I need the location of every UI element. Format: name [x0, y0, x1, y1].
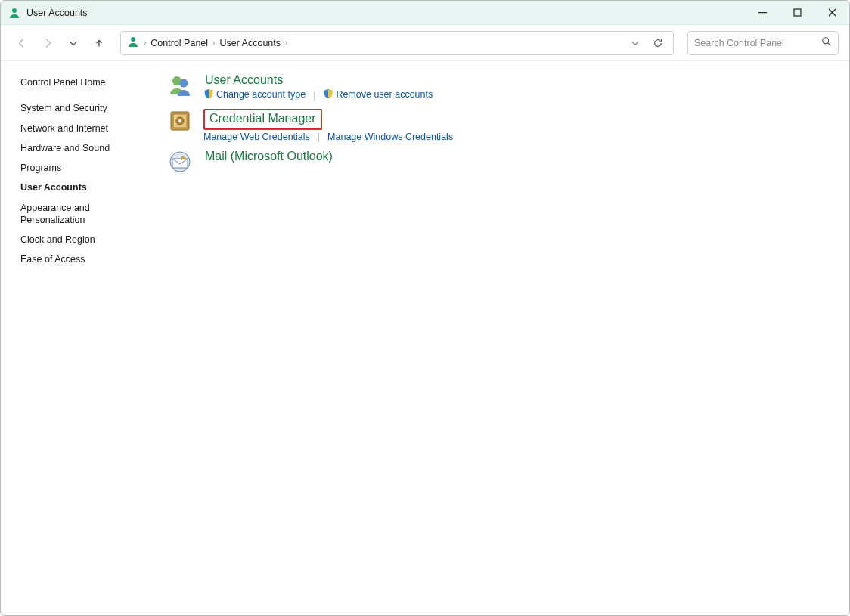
breadcrumb-current-label: User Accounts [219, 38, 281, 48]
main-content: User AccountsChange account type|Remove … [152, 61, 849, 615]
forward-button[interactable] [37, 33, 58, 54]
window: User Accounts › Control Panel [0, 0, 850, 616]
category-title-link[interactable]: Mail (Microsoft Outlook) [203, 150, 334, 163]
sidebar-item[interactable]: Network and Internet [20, 122, 144, 135]
svg-point-10 [178, 119, 181, 122]
search-icon [821, 36, 832, 49]
category-body: Credential ManagerManage Web Credentials… [203, 109, 453, 142]
category-row: Mail (Microsoft Outlook) [167, 150, 834, 175]
breadcrumb-current[interactable]: User Accounts [219, 38, 281, 48]
category-title-link[interactable]: Credential Manager [203, 109, 322, 130]
category-sublink[interactable]: Remove user accounts [323, 88, 433, 101]
svg-rect-2 [794, 9, 801, 16]
refresh-button[interactable] [649, 34, 667, 52]
breadcrumb-root-label: Control Panel [150, 38, 208, 48]
window-title: User Accounts [26, 8, 745, 18]
sidebar-item[interactable]: Ease of Access [20, 253, 144, 265]
minimize-button[interactable] [745, 1, 780, 25]
sidebar-item[interactable]: User Accounts [20, 181, 144, 193]
svg-rect-1 [758, 12, 767, 13]
category-row: User AccountsChange account type|Remove … [167, 73, 834, 101]
search-input[interactable] [694, 38, 817, 48]
breadcrumb-root[interactable]: Control Panel [150, 38, 208, 48]
up-button[interactable] [88, 33, 110, 54]
breadcrumb-icon [127, 36, 139, 50]
category-body: Mail (Microsoft Outlook) [203, 150, 334, 175]
category-title-link[interactable]: User Accounts [203, 73, 284, 87]
separator: | [318, 132, 320, 142]
address-bar[interactable]: › Control Panel › User Accounts › [120, 31, 674, 55]
category-row: Credential ManagerManage Web Credentials… [167, 109, 834, 142]
category-body: User AccountsChange account type|Remove … [203, 73, 433, 101]
address-dropdown-button[interactable] [626, 34, 644, 52]
sidebar-item[interactable]: Clock and Region [20, 234, 144, 246]
category-icon [167, 150, 193, 175]
separator: | [313, 90, 315, 101]
maximize-button[interactable] [780, 1, 814, 25]
category-icon [167, 73, 193, 99]
recent-locations-button[interactable] [63, 33, 84, 54]
titlebar: User Accounts [1, 1, 849, 25]
close-button[interactable] [814, 1, 849, 25]
sidebar-item[interactable]: Programs [20, 162, 144, 174]
sidebar-item[interactable]: Control Panel Home [20, 76, 144, 88]
category-sublink-label: Manage Web Credentials [203, 132, 310, 142]
chevron-right-icon: › [212, 39, 215, 47]
svg-point-6 [180, 79, 188, 88]
category-sublink-label: Manage Windows Credentials [327, 132, 453, 142]
category-icon [167, 109, 193, 135]
chevron-right-icon: › [285, 39, 287, 47]
uac-shield-icon [323, 88, 333, 101]
toolbar: › Control Panel › User Accounts › [1, 25, 849, 61]
search-box[interactable] [687, 31, 839, 55]
sidebar-item[interactable]: Appearance and Personalization [20, 202, 144, 227]
svg-point-4 [823, 38, 829, 44]
sidebar-item[interactable]: System and Security [20, 102, 144, 114]
category-sublink[interactable]: Manage Web Credentials [203, 132, 310, 142]
category-sublink-label: Change account type [216, 89, 306, 100]
category-sublink[interactable]: Manage Windows Credentials [327, 132, 453, 142]
back-button[interactable] [11, 33, 33, 54]
sidebar-item[interactable]: Hardware and Sound [20, 142, 144, 154]
uac-shield-icon [203, 88, 214, 101]
category-sublinks: Manage Web Credentials|Manage Windows Cr… [203, 132, 453, 142]
chevron-right-icon: › [144, 39, 146, 47]
svg-point-0 [12, 8, 17, 13]
category-sublinks: Change account type|Remove user accounts [203, 88, 433, 101]
content-area: Control Panel HomeSystem and SecurityNet… [1, 61, 849, 615]
app-icon [8, 7, 20, 19]
sidebar: Control Panel HomeSystem and SecurityNet… [1, 61, 152, 615]
category-sublink-label: Remove user accounts [336, 89, 433, 100]
svg-point-3 [131, 37, 135, 42]
category-sublink[interactable]: Change account type [203, 88, 306, 101]
